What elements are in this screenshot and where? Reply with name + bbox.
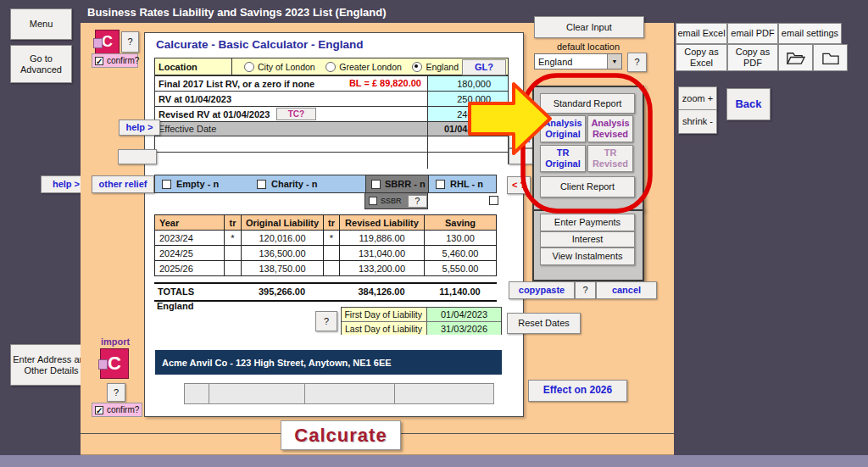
table-row: 2024/25 136,500.00 131,040.00 5,460.00 [155,246,497,261]
checkbox-icon[interactable] [257,180,266,189]
confirm-label: confirm? [107,405,139,414]
folder-button[interactable] [813,44,848,71]
import-question-button[interactable]: ? [107,383,125,402]
other-relief-button[interactable]: other relief [92,175,154,193]
ssbr-row: SSBR ? [364,193,428,209]
first-day-label: First Day of Liability [342,308,426,321]
region-label: England [157,301,193,311]
first-day-value[interactable]: 01/04/2023 [426,308,501,321]
relief-bar: Empty - n Charity - n SBRR - n RHL - n [154,175,497,193]
back-button[interactable]: Back [726,88,771,120]
col-saving: Saving [425,215,497,231]
copy-as-pdf-button[interactable]: Copy as PDF [727,44,778,71]
radio-selected-icon [412,62,422,72]
email-settings-button[interactable]: email settings [778,23,842,44]
row-label: Effective Date [155,122,427,136]
help-button-effective-date[interactable]: help > [119,120,160,136]
row-effective-date: Effective Date 01/04/2023 [155,122,508,136]
radio-icon [244,62,254,72]
copypaste-button[interactable]: copypaste [509,281,575,299]
totals-revised: 384,126.00 [339,286,424,297]
blank-bottom-button[interactable] [394,383,494,404]
view-instalments-button[interactable]: View Instalments [540,247,635,265]
zoom-in-button[interactable]: zoom + [678,86,717,111]
relief-rhl[interactable]: RHL - n [428,175,496,192]
empty-row [155,136,508,153]
blank-button[interactable] [118,149,157,164]
bottom-strip [0,455,868,467]
row-label: RV at 01/04/2023 [155,92,427,106]
email-excel-button[interactable]: email Excel [676,23,727,44]
ssbr-checkbox[interactable] [369,197,377,205]
help-question-button-top[interactable]: ? [121,31,139,53]
cancel-button[interactable]: cancel [596,281,657,299]
row-revised-rv: Revised RV at 01/04/2023 TC? 240,000 [155,107,508,122]
application-window: Business Rates Liability and Savings 202… [0,0,868,467]
shrink-button[interactable]: shrink - [678,109,717,134]
relief-sbrr[interactable]: SBRR - n [365,175,428,192]
default-location-label: default location [534,42,643,52]
page-title: Business Rates Liability and Savings 202… [87,6,387,19]
open-folder-button[interactable] [778,44,813,71]
rv-grid: Final 2017 List RV, or a zero if none BL… [154,75,509,164]
icon-tab [98,359,108,370]
location-label: Location [155,58,232,75]
folder-icon [821,49,841,66]
ssbr-question-button[interactable]: ? [408,195,427,208]
import-calcurate-icon[interactable]: C [100,348,129,379]
email-pdf-button[interactable]: email PDF [727,23,778,44]
radio-city-of-london[interactable]: City of London [244,62,315,72]
logo-text: Calcurate [294,425,387,447]
col-tr2: tr [324,215,340,231]
relief-empty[interactable]: Empty - n [155,175,250,192]
table-row: 2023/24 * 120,016.00 * 119,886.00 130.00 [155,231,497,246]
icon-tab [93,38,103,48]
radio-greater-london[interactable]: Greater London [326,62,402,72]
default-location-dropdown[interactable]: England [534,53,622,69]
totals-saving: 11,140.00 [424,286,496,297]
location-question-button[interactable]: ? [627,53,647,72]
dropdown-value: England [535,57,607,67]
checkbox-checked-icon [95,406,103,414]
col-original-liability: Original Liability [242,215,324,231]
icon-letter: C [108,353,121,375]
location-row: Location City of London Greater London E… [154,58,509,75]
confirm-checkbox-top[interactable]: confirm? [92,53,138,68]
enter-payments-button[interactable]: Enter Payments [540,214,635,231]
blank-bottom-button[interactable] [184,383,210,404]
radio-england[interactable]: England [412,62,459,72]
go-to-advanced-button[interactable]: Go to Advanced [10,45,72,83]
copy-as-excel-button[interactable]: Copy as Excel [676,44,727,71]
reset-dates-button[interactable]: Reset Dates [507,313,581,334]
clear-input-button[interactable]: Clear Input [534,16,644,38]
row-rv-2023: RV at 01/04/2023 250,000 [155,92,508,107]
blank-bottom-button[interactable] [209,383,306,404]
rhl-extra-checkbox[interactable] [489,196,498,205]
col-revised-liability: Revised Liability [340,215,425,231]
checkbox-icon[interactable] [162,180,171,189]
chevron-down-icon[interactable] [607,54,621,69]
blank-bottom-button[interactable] [304,383,396,404]
confirm-checkbox-bottom[interactable]: confirm? [92,403,142,417]
relief-charity[interactable]: Charity - n [250,175,365,192]
checkbox-icon[interactable] [436,180,445,189]
calcurate-icon: C [95,30,120,54]
tc-inline-button[interactable]: TC? [276,108,316,120]
effect-on-2026-button[interactable]: Effect on 2026 [528,380,627,402]
copypaste-question-button[interactable]: ? [575,281,596,299]
address-bar: Acme Anvil Co - 123 High Street, Anytown… [155,350,502,375]
checkbox-icon[interactable] [371,180,381,189]
bl-note: BL = £ 89,820.00 [349,78,421,88]
checkbox-checked-icon [95,57,103,65]
interest-button[interactable]: Interest [540,231,635,247]
folder-open-icon [785,48,807,67]
menu-button[interactable]: Menu [10,8,72,40]
highlight-arrow [467,78,554,159]
col-tr1: tr [225,215,242,231]
table-header-row: Year tr Original Liability tr Revised Li… [155,215,497,231]
last-day-value[interactable]: 31/03/2026 [426,322,501,335]
gl-button[interactable]: GL? [462,59,506,75]
ssbr-label: SSBR [381,197,402,205]
totals-original: 395,266.00 [241,286,323,297]
dates-question-button[interactable]: ? [315,311,337,331]
